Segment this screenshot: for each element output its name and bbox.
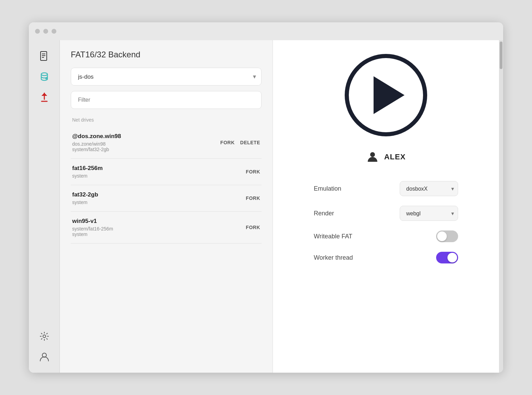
sidebar-item-settings[interactable]: [35, 327, 53, 345]
play-icon: [374, 76, 404, 114]
drive-sub: system: [72, 200, 246, 205]
drive-info: fat32-2gb system: [72, 191, 246, 205]
render-dropdown-wrapper: webgl canvas software ▾: [400, 206, 458, 221]
sidebar-item-database[interactable]: [35, 68, 53, 86]
left-panel: FAT16/32 Backend js-dos dosbox dosboxX ▾…: [60, 40, 273, 373]
drive-name: @dos.zone.win98: [72, 133, 220, 140]
worker-thread-row: Worker thread: [314, 252, 458, 263]
svg-point-11: [370, 152, 375, 157]
drive-actions: FORK DELETE: [220, 138, 260, 147]
drive-item: @dos.zone.win98 dos.zone/win98system/fat…: [71, 127, 262, 159]
sidebar-item-upload[interactable]: [35, 88, 53, 106]
drive-list: @dos.zone.win98 dos.zone/win98system/fat…: [71, 127, 262, 244]
drive-info: @dos.zone.win98 dos.zone/win98system/fat…: [72, 133, 220, 152]
svg-point-6: [46, 78, 48, 79]
sidebar: [29, 40, 60, 373]
drive-name: fat16-256m: [72, 165, 246, 172]
emulation-dropdown[interactable]: dosboxX dosbox js-dos: [400, 181, 458, 196]
writeable-fat-row: Writeable FAT: [314, 230, 458, 242]
drive-name: win95-v1: [72, 218, 246, 225]
app-window: FAT16/32 Backend js-dos dosbox dosboxX ▾…: [29, 22, 503, 373]
drive-sub: system/fat16-256msystem: [72, 226, 246, 237]
user-avatar-icon: [366, 150, 379, 164]
drive-item: win95-v1 system/fat16-256msystem FORK: [71, 212, 262, 244]
backend-dropdown[interactable]: js-dos dosbox dosboxX: [71, 68, 262, 86]
emulation-label: Emulation: [314, 185, 341, 192]
writeable-fat-toggle[interactable]: [436, 230, 458, 242]
render-row: Render webgl canvas software ▾: [314, 206, 458, 221]
drive-item: fat16-256m system FORK: [71, 159, 262, 185]
fork-button[interactable]: FORK: [246, 168, 260, 176]
sidebar-item-user[interactable]: [35, 348, 53, 366]
worker-thread-thumb: [447, 253, 457, 262]
backend-dropdown-wrapper: js-dos dosbox dosboxX ▾: [71, 68, 262, 86]
section-label: Net drives: [71, 117, 262, 123]
render-label: Render: [314, 210, 334, 217]
right-panel: ALEX Emulation dosboxX dosbox js-dos ▾: [273, 40, 499, 373]
settings-grid: Emulation dosboxX dosbox js-dos ▾ Render: [314, 181, 458, 263]
scroll-thumb[interactable]: [500, 42, 502, 69]
emulation-dropdown-wrapper: dosboxX dosbox js-dos ▾: [400, 181, 458, 196]
worker-thread-toggle[interactable]: [436, 252, 458, 263]
user-row: ALEX: [366, 150, 406, 164]
worker-thread-label: Worker thread: [314, 254, 353, 261]
sidebar-item-documents[interactable]: [35, 47, 53, 65]
drive-sub: system: [72, 173, 246, 179]
fork-button[interactable]: FORK: [246, 223, 260, 232]
svg-point-4: [41, 73, 47, 76]
drive-actions: FORK: [246, 223, 260, 232]
drive-actions: FORK: [246, 194, 260, 202]
render-dropdown[interactable]: webgl canvas software: [400, 206, 458, 221]
panel-title: FAT16/32 Backend: [71, 50, 262, 59]
emulation-row: Emulation dosboxX dosbox js-dos ▾: [314, 181, 458, 196]
drive-name: fat32-2gb: [72, 191, 246, 198]
drive-info: fat16-256m system: [72, 165, 246, 179]
filter-input[interactable]: [71, 91, 262, 109]
writeable-fat-thumb: [437, 232, 447, 241]
svg-point-9: [43, 335, 46, 338]
traffic-light-minimize[interactable]: [43, 29, 48, 34]
titlebar: [29, 22, 503, 40]
play-button[interactable]: [345, 54, 427, 136]
drive-item: fat32-2gb system FORK: [71, 185, 262, 212]
drive-sub: dos.zone/win98system/fat32-2gb: [72, 141, 220, 152]
user-name: ALEX: [384, 153, 406, 161]
traffic-light-close[interactable]: [35, 29, 40, 34]
drive-info: win95-v1 system/fat16-256msystem: [72, 218, 246, 237]
traffic-light-maximize[interactable]: [52, 29, 56, 34]
fork-button[interactable]: FORK: [220, 138, 235, 147]
fork-button[interactable]: FORK: [246, 194, 260, 202]
delete-button[interactable]: DELETE: [240, 138, 260, 147]
scrollbar[interactable]: [499, 40, 503, 373]
drive-actions: FORK: [246, 168, 260, 176]
svg-marker-7: [42, 93, 47, 96]
app-body: FAT16/32 Backend js-dos dosbox dosboxX ▾…: [29, 40, 503, 373]
writeable-fat-label: Writeable FAT: [314, 233, 352, 240]
